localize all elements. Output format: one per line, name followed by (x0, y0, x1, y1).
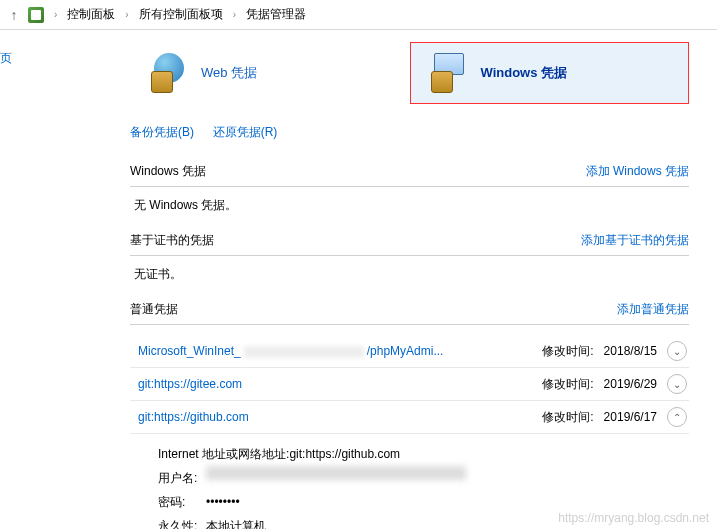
add-cert-credential-link[interactable]: 添加基于证书的凭据 (581, 232, 689, 249)
modified-date: 2019/6/29 (604, 377, 657, 391)
section-generic-header: 普通凭据 添加普通凭据 (130, 301, 689, 325)
detail-password-value: •••••••• (206, 490, 240, 514)
credential-tabs: Web 凭据 Windows 凭据 (130, 42, 689, 104)
section-windows-header: Windows 凭据 添加 Windows 凭据 (130, 163, 689, 187)
section-empty-text: 无证书。 (134, 266, 689, 283)
tab-windows-credentials[interactable]: Windows 凭据 (410, 42, 690, 104)
detail-persistence-value: 本地计算机 (206, 514, 266, 529)
backup-credentials-link[interactable]: 备份凭据(B) (130, 125, 194, 139)
detail-persistence-label: 永久性: (158, 514, 206, 529)
section-empty-text: 无 Windows 凭据。 (134, 197, 689, 214)
address-bar: ↑ › 控制面板 › 所有控制面板项 › 凭据管理器 (0, 0, 717, 30)
modified-label: 修改时间: (542, 343, 593, 360)
sidebar-home-link[interactable]: 页 (0, 50, 16, 67)
modified-label: 修改时间: (542, 409, 593, 426)
credential-name: Microsoft_WinInet_/phpMyAdmi... (138, 344, 443, 358)
section-title: 普通凭据 (130, 301, 178, 318)
detail-address-value: git:https://github.com (289, 442, 400, 466)
windows-credentials-icon (429, 53, 469, 93)
detail-address-label: Internet 地址或网络地址: (158, 442, 289, 466)
add-generic-credential-link[interactable]: 添加普通凭据 (617, 301, 689, 318)
detail-password-label: 密码: (158, 490, 206, 514)
modified-date: 2019/6/17 (604, 410, 657, 424)
chevron-up-icon[interactable]: ⌃ (667, 407, 687, 427)
detail-username-label: 用户名: (158, 466, 206, 490)
credential-name: git:https://gitee.com (138, 377, 242, 391)
control-panel-icon[interactable] (28, 7, 44, 23)
chevron-right-icon[interactable]: › (227, 9, 242, 20)
add-windows-credential-link[interactable]: 添加 Windows 凭据 (586, 163, 689, 180)
chevron-down-icon[interactable]: ⌄ (667, 341, 687, 361)
tab-web-credentials[interactable]: Web 凭据 (130, 42, 410, 104)
breadcrumb-root[interactable]: 控制面板 (67, 6, 115, 23)
up-icon[interactable]: ↑ (4, 5, 24, 25)
modified-label: 修改时间: (542, 376, 593, 393)
chevron-right-icon[interactable]: › (48, 9, 63, 20)
restore-credentials-link[interactable]: 还原凭据(R) (213, 125, 278, 139)
credential-row[interactable]: Microsoft_WinInet_/phpMyAdmi... 修改时间: 20… (130, 335, 689, 368)
section-title: 基于证书的凭据 (130, 232, 214, 249)
tab-label: Windows 凭据 (481, 64, 568, 82)
credential-name: git:https://github.com (138, 410, 249, 424)
web-credentials-icon (149, 53, 189, 93)
backup-restore-links: 备份凭据(B) 还原凭据(R) (130, 124, 689, 141)
redacted-text (244, 346, 364, 358)
redacted-text (206, 466, 466, 480)
breadcrumb-level1[interactable]: 所有控制面板项 (139, 6, 223, 23)
section-cert-header: 基于证书的凭据 添加基于证书的凭据 (130, 232, 689, 256)
credential-detail: Internet 地址或网络地址: git:https://github.com… (130, 434, 689, 529)
credential-row[interactable]: git:https://github.com 修改时间: 2019/6/17 ⌃ (130, 401, 689, 434)
modified-date: 2018/8/15 (604, 344, 657, 358)
chevron-down-icon[interactable]: ⌄ (667, 374, 687, 394)
credential-row[interactable]: git:https://gitee.com 修改时间: 2019/6/29 ⌄ (130, 368, 689, 401)
chevron-right-icon[interactable]: › (119, 9, 134, 20)
main-content: Web 凭据 Windows 凭据 备份凭据(B) 还原凭据(R) Window… (0, 30, 717, 529)
breadcrumb-level2[interactable]: 凭据管理器 (246, 6, 306, 23)
tab-label: Web 凭据 (201, 64, 257, 82)
section-title: Windows 凭据 (130, 163, 206, 180)
